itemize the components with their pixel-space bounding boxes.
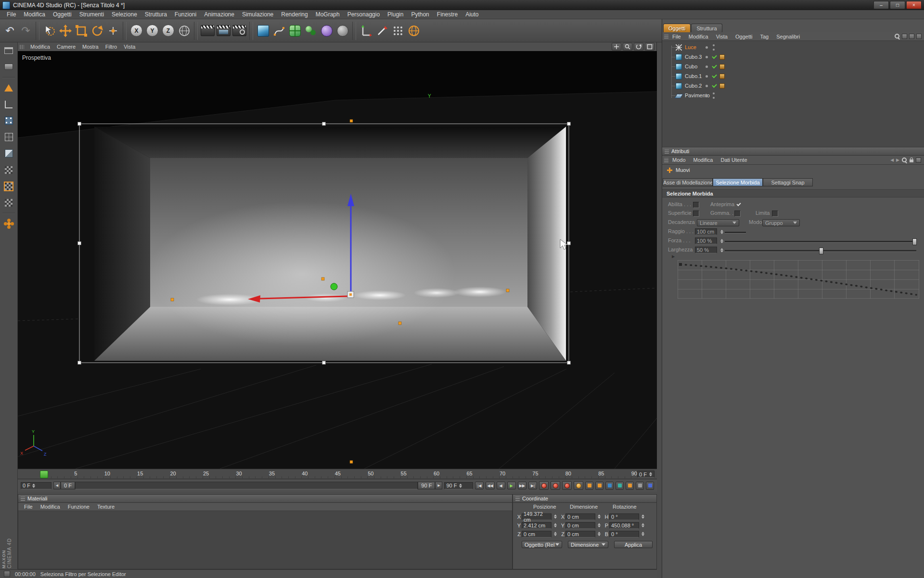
materials-menu-item[interactable]: Modifica: [37, 504, 64, 510]
texture-tag-icon[interactable]: [719, 74, 725, 79]
lock-icon[interactable]: [910, 159, 913, 162]
layer-dot-icon[interactable]: [706, 75, 708, 78]
live-selection-button[interactable]: [41, 21, 57, 41]
scale-tool-button[interactable]: [73, 21, 89, 41]
panel-option-icon[interactable]: [916, 34, 922, 39]
object-type-icon[interactable]: [676, 73, 682, 79]
next-frame-button[interactable]: ▶▶: [518, 482, 526, 489]
field-stepper[interactable]: [553, 522, 557, 528]
field-stepper[interactable]: [641, 531, 645, 537]
menubar-item[interactable]: File: [3, 10, 20, 19]
maximize-button[interactable]: □: [890, 1, 905, 9]
texture-tag-icon[interactable]: [719, 64, 725, 69]
menubar-item[interactable]: Finestre: [433, 10, 462, 19]
visibility-toggle-icon[interactable]: [712, 83, 715, 89]
layer-dot-icon[interactable]: [706, 46, 708, 49]
move-tool-button[interactable]: [57, 21, 73, 41]
keyframe-pla-toggle[interactable]: [626, 482, 634, 490]
viewport-menu-item[interactable]: Mostra: [79, 44, 102, 50]
menubar-item[interactable]: Animazione: [200, 10, 238, 19]
edges-mode-button[interactable]: [2, 131, 15, 143]
autokey-mode-toggle[interactable]: [636, 482, 644, 490]
goto-start-button[interactable]: |◀: [475, 482, 484, 489]
layer-dot-icon[interactable]: [706, 56, 708, 58]
scroll-left-button[interactable]: ◀: [53, 482, 61, 489]
render-settings-button[interactable]: [231, 21, 247, 41]
viewport-menu-item[interactable]: Camere: [53, 44, 79, 50]
menubar-item[interactable]: MoGraph: [312, 10, 344, 19]
timeline-ruler[interactable]: 051015202530354045505560657075808590 0 F: [18, 469, 657, 479]
polygons-mode-button[interactable]: [2, 147, 15, 159]
solo-toggle[interactable]: [646, 482, 654, 490]
field-stepper[interactable]: [641, 522, 645, 528]
keyframe-position-toggle[interactable]: [585, 482, 593, 490]
play-button[interactable]: ▶: [507, 482, 516, 489]
radius-mini-slider[interactable]: [725, 232, 746, 234]
width-slider-handle[interactable]: [819, 248, 823, 254]
tab-asse-di-modellazione[interactable]: Asse di Modellazione: [663, 178, 713, 186]
end-frame-stepper[interactable]: [458, 483, 462, 489]
undo-button[interactable]: ↶: [2, 21, 18, 41]
falloff-curve-graph[interactable]: [678, 260, 919, 299]
object-name[interactable]: Cubo.2: [684, 83, 703, 89]
end-frame-field[interactable]: 90 F: [444, 482, 473, 489]
preview-checkbox[interactable]: [736, 202, 741, 207]
position-field[interactable]: 149.372 cm: [522, 513, 552, 520]
previous-frame-button[interactable]: ◀: [497, 482, 505, 489]
strength-slider-handle[interactable]: [912, 238, 917, 245]
object-manager-menu-item[interactable]: Modifica: [685, 34, 712, 39]
viewport-menu-item[interactable]: Filtro: [102, 44, 120, 50]
panel-option-icon[interactable]: [902, 34, 907, 39]
materials-menu-item[interactable]: Texture: [93, 504, 118, 510]
add-environment-button[interactable]: [334, 21, 350, 41]
object-name[interactable]: Cubo: [684, 64, 698, 69]
coordinate-system-button[interactable]: [176, 21, 192, 41]
close-button[interactable]: ×: [906, 1, 922, 9]
attributes-menu-item[interactable]: Dati Utente: [717, 157, 751, 163]
lock-y-axis-button[interactable]: Y: [144, 21, 160, 41]
position-field[interactable]: 0 cm: [522, 531, 552, 538]
visibility-toggle-icon[interactable]: [712, 54, 715, 60]
menubar-item[interactable]: Aiuto: [462, 10, 482, 19]
field-stepper[interactable]: [641, 513, 645, 520]
viewport-menu-item[interactable]: Vista: [120, 44, 139, 50]
width-field[interactable]: 50 %: [695, 247, 717, 253]
rotate-view-button[interactable]: [634, 43, 643, 51]
object-tree[interactable]: Luce Cubo.3 Cubo: [662, 41, 924, 147]
menubar-item[interactable]: Funzioni: [171, 10, 200, 19]
zoom-view-button[interactable]: [623, 43, 632, 51]
mograph-button[interactable]: [406, 21, 422, 41]
dimension-field[interactable]: 0 cm: [565, 513, 595, 520]
eraser-checkbox[interactable]: [734, 210, 741, 217]
visibility-toggle-icon[interactable]: [712, 92, 715, 99]
menubar-item[interactable]: Modifica: [20, 10, 49, 19]
add-deformer-button[interactable]: [319, 21, 334, 41]
object-type-icon[interactable]: [674, 94, 683, 98]
object-type-icon[interactable]: [676, 64, 682, 70]
add-subdivision-surface-button[interactable]: [287, 21, 303, 41]
enable-checkbox[interactable]: [693, 202, 699, 208]
curve-expander-icon[interactable]: ▶: [672, 254, 675, 259]
strength-stepper[interactable]: [719, 238, 724, 244]
menubar-item[interactable]: Rendering: [277, 10, 311, 19]
tab-settaggi-snap[interactable]: Settaggi Snap: [763, 178, 813, 186]
minimize-button[interactable]: –: [873, 1, 889, 9]
mode-dropdown[interactable]: Gruppo: [762, 219, 800, 226]
points-mode-button[interactable]: [2, 115, 15, 127]
position-field[interactable]: 2.412 cm: [522, 522, 552, 529]
field-stepper[interactable]: [553, 513, 557, 520]
menubar-item[interactable]: Personaggio: [344, 10, 384, 19]
last-tool-button[interactable]: [105, 21, 121, 41]
layer-dot-icon[interactable]: [706, 66, 708, 68]
width-slider[interactable]: [725, 250, 916, 252]
keyframe-scale-toggle[interactable]: [595, 482, 603, 490]
render-picture-viewer-button[interactable]: [216, 21, 231, 41]
texture-tag-icon[interactable]: [719, 54, 725, 60]
axis-mode-button[interactable]: [2, 98, 15, 110]
record-parameter-button[interactable]: [574, 481, 583, 490]
add-array-button[interactable]: [303, 21, 319, 41]
panel-option-icon[interactable]: [916, 158, 921, 163]
menubar-item[interactable]: Struttura: [141, 10, 171, 19]
object-type-icon[interactable]: [676, 83, 682, 89]
menubar-item[interactable]: Selezione: [108, 10, 141, 19]
